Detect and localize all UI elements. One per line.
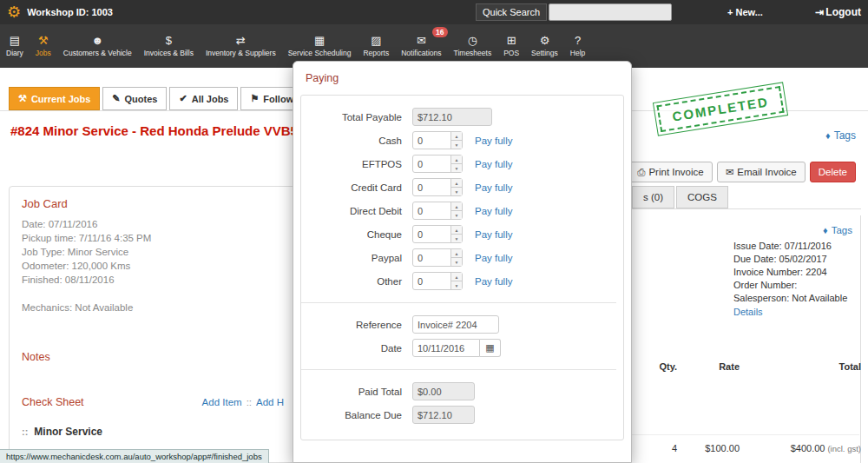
invoice-tab-partial[interactable]: s (0) — [632, 186, 674, 208]
calendar-picker-button[interactable]: ▦ — [480, 339, 501, 357]
line-total-amount: $400.00 — [791, 443, 825, 453]
check-section-title: Minor Service — [34, 426, 102, 438]
issue-date: Issue Date: 07/11/2016 — [733, 240, 864, 253]
customers-icon: ☻ — [91, 35, 103, 46]
tab-quotes[interactable]: ✎ Quotes — [102, 87, 167, 110]
tab-label: Current Jobs — [31, 94, 90, 104]
due-date: Due Date: 05/02/2017 — [733, 253, 864, 266]
email-invoice-button[interactable]: ✉ Email Invoice — [717, 162, 806, 182]
notifications-badge: 16 — [432, 27, 447, 37]
quick-search-input[interactable] — [549, 3, 672, 21]
dollar-icon: $ — [166, 35, 172, 46]
notifications-icon: ✉ — [417, 35, 426, 46]
credit-card-pay-fully-link[interactable]: Pay fully — [475, 182, 512, 193]
tags-label: Tags — [834, 129, 856, 142]
payment-date-input[interactable] — [412, 339, 480, 357]
eftpos-label: EFTPOS — [301, 159, 412, 169]
invoice-tags-link[interactable]: ♦ Tags — [823, 225, 852, 235]
nav-label: Settings — [531, 49, 558, 57]
spinner-down-icon[interactable]: ▼ — [451, 141, 462, 149]
eftpos-pay-fully-link[interactable]: Pay fully — [475, 159, 512, 169]
tab-label: Quotes — [125, 94, 158, 104]
spinner-up-icon[interactable]: ▲ — [451, 226, 462, 235]
spinner-down-icon[interactable]: ▼ — [451, 164, 462, 172]
cash-pay-fully-link[interactable]: Pay fully — [475, 136, 512, 146]
print-invoice-button[interactable]: ⎙ Print Invoice — [628, 162, 712, 182]
nav-label: Help — [570, 49, 585, 57]
invoice-tabs-divider — [632, 208, 861, 209]
help-icon: ? — [575, 35, 581, 46]
cheque-pay-fully-link[interactable]: Pay fully — [475, 229, 512, 240]
spinner-down-icon[interactable]: ▼ — [451, 211, 462, 219]
logout-button[interactable]: ⇥ Logout — [815, 6, 861, 18]
nav-label: POS — [503, 49, 519, 57]
paying-form: Total Payable Cash ▲▼ Pay fully EFTPOS ▲… — [300, 95, 624, 440]
app-logo-gear-icon: ⚙ — [7, 4, 21, 20]
new-menu-button[interactable]: + New... — [727, 7, 763, 17]
paypal-pay-fully-link[interactable]: Pay fully — [475, 253, 512, 263]
drag-handle[interactable]: :: — [22, 427, 28, 437]
credit-card-spinner[interactable]: ▲▼ — [450, 179, 462, 195]
direct-debit-pay-fully-link[interactable]: Pay fully — [475, 206, 512, 216]
spinner-down-icon[interactable]: ▼ — [451, 188, 462, 195]
spinner-up-icon[interactable]: ▲ — [451, 179, 462, 188]
spinner-down-icon[interactable]: ▼ — [451, 258, 462, 266]
other-spinner[interactable]: ▲▼ — [450, 273, 462, 289]
spinner-up-icon[interactable]: ▲ — [451, 273, 462, 281]
tab-all-jobs[interactable]: ✔ All Jobs — [169, 87, 238, 110]
nav-item-jobs[interactable]: ⚒ Jobs — [30, 24, 57, 68]
nav-item-invoices-bills[interactable]: $ Invoices & Bills — [138, 24, 200, 68]
nav-item-inventory-suppliers[interactable]: ⇄ Inventory & Suppliers — [200, 24, 282, 68]
nav-label: Diary — [6, 49, 23, 57]
invoice-tab-cogs[interactable]: COGS — [676, 186, 728, 208]
tags-link[interactable]: ♦ Tags — [825, 129, 856, 142]
paypal-spinner[interactable]: ▲▼ — [450, 249, 462, 266]
finished-date: Finished: 08/11/2016 — [22, 273, 284, 287]
credit-card-label: Credit Card — [301, 182, 412, 193]
paid-total-label: Paid Total — [301, 387, 412, 397]
spinner-up-icon[interactable]: ▲ — [451, 132, 462, 141]
balance-due-input — [412, 406, 475, 424]
gst-suffix: (incl. gst) — [827, 444, 861, 453]
link-separator: :: — [247, 397, 252, 407]
logout-icon: ⇥ — [815, 6, 824, 18]
tab-current-jobs[interactable]: ⚒ Current Jobs — [9, 87, 100, 110]
eftpos-spinner[interactable]: ▲▼ — [450, 155, 462, 172]
tags-label: Tags — [832, 225, 852, 235]
logout-label: Logout — [825, 6, 861, 18]
reference-input[interactable] — [412, 315, 499, 334]
spinner-up-icon[interactable]: ▲ — [451, 202, 462, 211]
qty-header: Qty. — [638, 361, 677, 372]
other-pay-fully-link[interactable]: Pay fully — [475, 276, 512, 287]
delete-label: Delete — [819, 167, 847, 177]
calendar-icon: ▦ — [485, 342, 494, 354]
tag-icon: ♦ — [823, 225, 828, 235]
spinner-down-icon[interactable]: ▼ — [451, 235, 462, 242]
balance-due-label: Balance Due — [301, 410, 412, 420]
other-label: Other — [301, 276, 412, 287]
add-item-link[interactable]: Add Item — [202, 397, 242, 407]
top-bar: ⚙ Workshop ID: 1003 Quick Search + New..… — [0, 0, 868, 24]
spinner-down-icon[interactable]: ▼ — [451, 281, 462, 289]
spinner-up-icon[interactable]: ▲ — [451, 155, 462, 164]
invoice-line-item: 4 $100.00 $400.00(incl. gst) — [638, 443, 861, 453]
invoice-table-header: Qty. Rate Total — [638, 361, 861, 372]
nav-item-diary[interactable]: ▤ Diary — [0, 24, 30, 68]
direct-debit-spinner[interactable]: ▲▼ — [450, 202, 462, 219]
add-heading-link[interactable]: Add H — [256, 397, 284, 407]
cheque-spinner[interactable]: ▲▼ — [450, 226, 462, 242]
spinner-up-icon[interactable]: ▲ — [451, 249, 462, 258]
check-icon: ✔ — [179, 93, 187, 104]
total-payable-input — [412, 108, 492, 126]
chart-icon: ▨ — [371, 35, 381, 46]
job-type: Job Type: Minor Service — [22, 245, 284, 259]
cash-spinner[interactable]: ▲▼ — [450, 132, 462, 149]
salesperson: Salesperson: Not Available — [733, 292, 864, 305]
details-link[interactable]: Details — [733, 306, 763, 319]
nav-label: Notifications — [401, 49, 441, 57]
line-qty: 4 — [638, 443, 677, 453]
total-payable-label: Total Payable — [301, 112, 412, 122]
delete-button[interactable]: Delete — [810, 162, 856, 182]
pencil-icon: ✎ — [112, 93, 120, 104]
nav-item-customers-vehicle[interactable]: ☻ Customers & Vehicle — [57, 24, 138, 68]
